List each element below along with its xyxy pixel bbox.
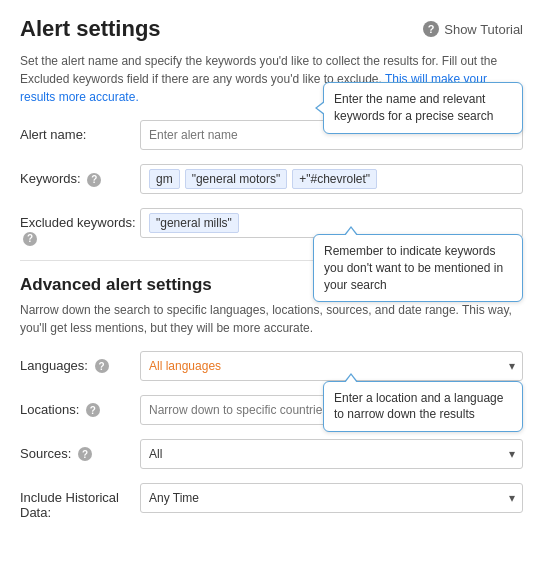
keyword-tag-1: gm — [149, 169, 180, 189]
tooltip-location-language: Enter a location and a language to narro… — [323, 381, 523, 433]
locations-label: Locations: ? — [20, 395, 140, 418]
sources-label: Sources: ? — [20, 439, 140, 462]
excluded-info-icon[interactable]: ? — [23, 232, 37, 246]
languages-row: Languages: ? All languages English Spani… — [20, 351, 523, 381]
sources-select[interactable]: All News Blogs Social Media — [140, 439, 523, 469]
keywords-info-icon[interactable]: ? — [87, 173, 101, 187]
historical-select[interactable]: Any Time Last month Last 3 months Last 6… — [140, 483, 523, 513]
sources-info-icon[interactable]: ? — [78, 447, 92, 461]
sources-select-wrapper: All News Blogs Social Media — [140, 439, 523, 469]
keywords-container[interactable]: gm "general motors" +"#chevrolet" — [140, 164, 523, 194]
show-tutorial-button[interactable]: ? Show Tutorial — [423, 21, 523, 37]
keyword-tag-2: "general motors" — [185, 169, 288, 189]
tooltip-keywords: Enter the name and relevant keywords for… — [323, 82, 523, 134]
languages-label: Languages: ? — [20, 351, 140, 374]
excluded-keyword-tag: "general mills" — [149, 213, 239, 233]
show-tutorial-label: Show Tutorial — [444, 22, 523, 37]
locations-info-icon[interactable]: ? — [86, 403, 100, 417]
historical-label: Include Historical Data: — [20, 483, 140, 520]
advanced-description: Narrow down the search to specific langu… — [20, 301, 523, 337]
languages-select-wrapper: All languages English Spanish French — [140, 351, 523, 381]
alert-name-label: Alert name: — [20, 120, 140, 142]
keywords-row: Keywords: ? gm "general motors" +"#chevr… — [20, 164, 523, 194]
languages-select[interactable]: All languages English Spanish French — [140, 351, 523, 381]
help-icon: ? — [423, 21, 439, 37]
keyword-tag-3: +"#chevrolet" — [292, 169, 377, 189]
page-title: Alert settings — [20, 16, 161, 42]
keywords-label: Keywords: ? — [20, 164, 140, 187]
sources-row: Sources: ? All News Blogs Social Media — [20, 439, 523, 469]
historical-row: Include Historical Data: Any Time Last m… — [20, 483, 523, 520]
tooltip-excluded: Remember to indicate keywords you don't … — [313, 234, 523, 302]
historical-select-wrapper: Any Time Last month Last 3 months Last 6… — [140, 483, 523, 513]
header: Alert settings ? Show Tutorial — [20, 16, 523, 42]
languages-info-icon[interactable]: ? — [95, 359, 109, 373]
excluded-keywords-label: Excluded keywords: ? — [20, 208, 140, 246]
